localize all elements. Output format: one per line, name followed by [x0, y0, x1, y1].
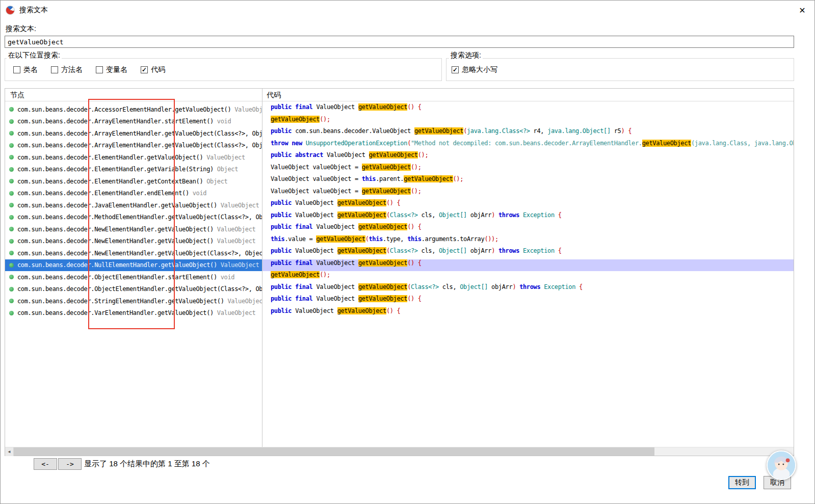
search-match-highlight: getValueObject	[271, 271, 320, 278]
tree-node-row[interactable]: com.sun.beans.decoder.ArrayElementHandle…	[5, 127, 262, 140]
code-line-row[interactable]: public ValueObject getValueObject(Class<…	[262, 247, 794, 259]
checkbox-icon[interactable]	[96, 66, 103, 73]
code-line-row[interactable]: public final ValueObject getValueObject(…	[262, 223, 794, 235]
tree-node-row[interactable]: com.sun.beans.decoder.NewElementHandler.…	[5, 235, 262, 248]
code-line-row[interactable]: public final ValueObject getValueObject(…	[262, 283, 794, 296]
goto-button[interactable]: 转到	[728, 476, 756, 489]
code-token: ValueObject	[316, 259, 358, 267]
code-token: ValueObject	[316, 295, 358, 302]
code-line-row[interactable]: public final ValueObject getValueObject(…	[262, 295, 794, 307]
search-match-highlight: getValueObject	[358, 295, 407, 302]
checkbox-icon[interactable]	[51, 66, 58, 73]
search-match-highlight: getValueObject	[358, 223, 407, 230]
tree-node-row[interactable]: com.sun.beans.decoder.StringElementHandl…	[5, 295, 262, 307]
code-token: throws	[498, 247, 519, 254]
tree-node-row[interactable]: com.sun.beans.decoder.ObjectElementHandl…	[5, 271, 262, 283]
tree-node-row[interactable]: com.sun.beans.decoder.ElementHandler.get…	[5, 151, 262, 164]
scope-option-0[interactable]: 类名	[13, 65, 38, 74]
tree-node-row[interactable]: com.sun.beans.decoder.ObjectElementHandl…	[5, 283, 262, 296]
code-token: Class<?>	[390, 211, 418, 219]
node-label: com.sun.beans.decoder.ElementHandler.end…	[17, 190, 206, 197]
code-line-row[interactable]: public abstract ValueObject getValueObje…	[262, 151, 794, 164]
code-line-row[interactable]: getValueObject();	[262, 271, 794, 283]
code-token: public	[271, 307, 295, 314]
checkbox-checked-icon[interactable]: ✓	[141, 66, 148, 73]
node-label: com.sun.beans.decoder.ArrayElementHandle…	[17, 142, 262, 149]
code-line-row[interactable]: public ValueObject getValueObject() {	[262, 199, 794, 211]
node-label: com.sun.beans.decoder.ObjectElementHandl…	[17, 274, 234, 281]
titlebar[interactable]: 搜索文本 ✕	[1, 1, 814, 19]
node-label: com.sun.beans.decoder.ArrayElementHandle…	[17, 130, 262, 137]
node-label: com.sun.beans.decoder.ElementHandler.get…	[17, 166, 238, 173]
tree-node-row[interactable]: com.sun.beans.decoder.NewElementHandler.…	[5, 223, 262, 235]
code-line-row[interactable]: ValueObject valueObject = this.parent.ge…	[262, 175, 794, 188]
checkbox-icon[interactable]	[13, 66, 20, 73]
checkbox-checked-icon[interactable]: ✓	[452, 66, 459, 73]
method-icon	[9, 179, 14, 183]
tree-node-row[interactable]: com.sun.beans.decoder.JavaElementHandler…	[5, 199, 262, 211]
code-token: (	[365, 235, 369, 243]
code-token: ValueObject	[316, 103, 358, 111]
search-input[interactable]	[5, 36, 794, 48]
scope-option-1[interactable]: 方法名	[51, 65, 83, 74]
tree-node-row[interactable]: com.sun.beans.decoder.AccessorElementHan…	[5, 103, 262, 116]
code-token: )	[491, 211, 498, 219]
code-line-row[interactable]: ValueObject valueObject = getValueObject…	[262, 164, 794, 176]
code-token: this	[369, 235, 383, 243]
scrollbar-left-arrow-icon[interactable]: ◄	[5, 447, 14, 456]
method-icon	[9, 191, 14, 196]
tree-node-row[interactable]: com.sun.beans.decoder.NewElementHandler.…	[5, 247, 262, 259]
app-icon	[6, 6, 15, 15]
method-icon	[9, 239, 14, 244]
tree-node-row[interactable]: com.sun.beans.decoder.ElementHandler.get…	[5, 175, 262, 188]
code-line-row[interactable]: public com.sun.beans.decoder.ValueObject…	[262, 127, 794, 140]
code-token: (	[386, 247, 390, 254]
tree-node-row[interactable]: com.sun.beans.decoder.NullElementHandler…	[5, 259, 262, 272]
next-result-button[interactable]: ->	[58, 458, 82, 470]
code-token: {	[579, 283, 583, 290]
search-option-0[interactable]: ✓忽略大小写	[452, 65, 497, 74]
node-label: com.sun.beans.decoder.MethodElementHandl…	[17, 214, 262, 221]
scope-option-3[interactable]: ✓代码	[141, 65, 165, 74]
code-token: {	[558, 211, 562, 219]
node-label: com.sun.beans.decoder.AccessorElementHan…	[17, 106, 262, 113]
node-label: com.sun.beans.decoder.ObjectElementHandl…	[17, 285, 262, 293]
scope-options: 类名方法名变量名✓代码	[5, 59, 441, 81]
checkbox-label: 代码	[151, 65, 165, 74]
tree-node-row[interactable]: com.sun.beans.decoder.ElementHandler.get…	[5, 164, 262, 176]
scope-option-2[interactable]: 变量名	[96, 65, 127, 74]
code-line-row[interactable]: throw new UnsupportedOperationException(…	[262, 140, 794, 152]
node-label: com.sun.beans.decoder.ElementHandler.get…	[17, 154, 245, 161]
code-line-row[interactable]: this.value = getValueObject(this.type, t…	[262, 235, 794, 248]
code-token: (	[386, 211, 390, 219]
code-line-row[interactable]: public final ValueObject getValueObject(…	[262, 259, 794, 272]
prev-result-button[interactable]: <-	[34, 458, 57, 470]
method-icon	[9, 275, 14, 279]
horizontal-scrollbar[interactable]: ◄	[5, 447, 794, 456]
code-line-row[interactable]: public ValueObject getValueObject(Class<…	[262, 211, 794, 224]
code-token: java.lang.Object[]	[547, 127, 611, 135]
code-token: ValueObject	[295, 307, 337, 314]
tree-node-row[interactable]: com.sun.beans.decoder.ArrayElementHandle…	[5, 140, 262, 152]
code-token: this	[407, 235, 422, 243]
tree-node-row[interactable]: com.sun.beans.decoder.ArrayElementHandle…	[5, 116, 262, 128]
tree-node-row[interactable]: com.sun.beans.decoder.ElementHandler.end…	[5, 188, 262, 200]
scrollbar-thumb[interactable]	[14, 447, 654, 456]
code-line-row[interactable]: ValueObject valueObject = getValueObject…	[262, 188, 794, 200]
close-icon[interactable]: ✕	[796, 4, 808, 16]
code-token: Exception	[544, 283, 579, 290]
tree-node-row[interactable]: com.sun.beans.decoder.VarElementHandler.…	[5, 307, 262, 320]
code-line-row[interactable]: getValueObject();	[262, 116, 794, 128]
node-label: com.sun.beans.decoder.JavaElementHandler…	[17, 202, 259, 209]
code-line-row[interactable]: public final ValueObject getValueObject(…	[262, 103, 794, 116]
tree-node-row[interactable]: com.sun.beans.decoder.MethodElementHandl…	[5, 211, 262, 224]
code-token	[519, 247, 523, 254]
method-icon	[9, 155, 14, 160]
code-token: ValueObject	[316, 223, 358, 230]
return-type: Object	[217, 166, 238, 173]
return-type: ValueObject	[217, 309, 256, 316]
search-match-highlight: getValueObject	[271, 116, 320, 123]
code-line-row[interactable]: public ValueObject getValueObject() {	[262, 307, 794, 320]
code-token: ();	[411, 164, 422, 171]
code-token: Exception	[523, 211, 558, 219]
